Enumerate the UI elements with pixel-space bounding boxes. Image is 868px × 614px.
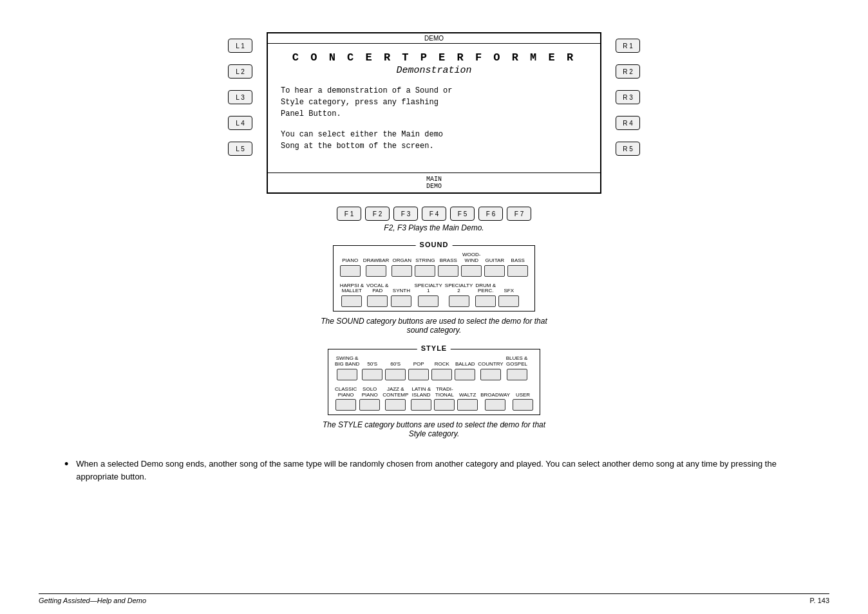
bullet-item: • When a selected Demo song ends, anothe…	[64, 458, 804, 483]
style-btn-pop: POP	[408, 362, 429, 380]
sound-section: SOUND PIANO DRAWBAR ORGAN	[321, 245, 547, 335]
button-f4[interactable]: F 4	[422, 207, 446, 221]
lcd-title: DEMO	[268, 33, 600, 44]
style-btn-user: USER	[513, 393, 533, 411]
style-rock-button[interactable]	[431, 369, 452, 380]
style-jazz-button[interactable]	[385, 399, 406, 411]
sound-organ-button[interactable]	[392, 265, 412, 277]
lcd-para1: To hear a demonstration of a Sound or St…	[281, 85, 587, 120]
lcd-section: L 1 L 2 L 3 L 4 L 5 R 1 R 2 R 3 R 4 R 5 …	[267, 32, 601, 194]
button-l3[interactable]: L 3	[228, 90, 252, 104]
style-label: STYLE	[417, 344, 451, 352]
right-buttons-group: R 1 R 2 R 3 R 4 R 5	[616, 39, 640, 156]
sound-btn-harpsi: HARPSI & MALLET	[340, 283, 364, 308]
lcd-wrapper: L 1 L 2 L 3 L 4 L 5 R 1 R 2 R 3 R 4 R 5 …	[267, 32, 601, 194]
sound-btn-string: STRING	[415, 258, 435, 277]
sound-synth-button[interactable]	[391, 295, 411, 307]
f-buttons-caption: F2, F3 Plays the Main Demo.	[384, 223, 484, 232]
sound-bass-button[interactable]	[507, 265, 528, 277]
button-f3[interactable]: F 3	[393, 207, 418, 221]
sound-string-button[interactable]	[415, 265, 435, 277]
sound-brass-button[interactable]	[438, 265, 458, 277]
sound-btn-brass: BRASS	[438, 258, 458, 277]
sound-drum-button[interactable]	[475, 295, 496, 307]
style-btn-blues: BLUES & GOSPEL	[506, 356, 528, 380]
sound-btn-drum: DRUM & PERC.	[475, 283, 496, 308]
button-f7[interactable]: F 7	[507, 207, 531, 221]
style-btn-solo: SOLO PIANO	[359, 387, 380, 411]
style-broadway-button[interactable]	[485, 399, 505, 411]
sound-btn-drawbar: DRAWBAR	[363, 258, 390, 277]
style-btn-waltz: WALTZ	[457, 393, 478, 411]
button-f1[interactable]: F 1	[337, 207, 361, 221]
lcd-content: C O N C E R T P E R F O R M E R Demonstr…	[268, 44, 600, 172]
button-r4[interactable]: R 4	[616, 116, 640, 130]
style-pop-button[interactable]	[408, 369, 429, 380]
button-l1[interactable]: L 1	[228, 39, 252, 53]
sound-btn-specialty2: SPECIALTY 2	[445, 283, 473, 308]
sound-row1: PIANO DRAWBAR ORGAN STRING	[340, 252, 529, 277]
lcd-heading: C O N C E R T P E R F O R M E R	[281, 51, 587, 64]
footer-left: Getting Assisted—Help and Demo	[39, 597, 146, 604]
style-btn-classic: CLASSIC PIANO	[335, 387, 357, 411]
lcd-screen: DEMO C O N C E R T P E R F O R M E R Dem…	[267, 32, 601, 194]
lcd-para2: You can select either the Main demo Song…	[281, 129, 587, 152]
bullet-section: • When a selected Demo song ends, anothe…	[39, 458, 829, 483]
page-footer: Getting Assisted—Help and Demo P. 143	[39, 593, 829, 604]
sound-drawbar-button[interactable]	[366, 265, 386, 277]
style-btn-country: COUNTRY	[478, 362, 503, 380]
button-f2[interactable]: F 2	[365, 207, 390, 221]
main-content: L 1 L 2 L 3 L 4 L 5 R 1 R 2 R 3 R 4 R 5 …	[39, 13, 829, 445]
sound-caption: The SOUND category buttons are used to s…	[321, 317, 547, 335]
sound-row2: HARPSI & MALLET VOCAL & PAD SYNTH S	[340, 283, 529, 308]
style-tradi-button[interactable]	[434, 399, 455, 411]
style-country-button[interactable]	[480, 369, 501, 380]
sound-woodwind-button[interactable]	[461, 265, 482, 277]
sound-btn-organ: ORGAN	[392, 258, 412, 277]
button-r1[interactable]: R 1	[616, 39, 640, 53]
sound-vocal-button[interactable]	[367, 295, 388, 307]
sound-sfx-button[interactable]	[498, 295, 519, 307]
style-user-button[interactable]	[513, 399, 533, 411]
style-classic-button[interactable]	[335, 399, 356, 411]
style-solo-button[interactable]	[359, 399, 380, 411]
style-rows: SWING & BIG BAND 50'S 60'S POP	[335, 353, 533, 411]
button-l2[interactable]: L 2	[228, 64, 252, 79]
button-l5[interactable]: L 5	[228, 142, 252, 156]
style-blues-button[interactable]	[507, 369, 527, 380]
style-btn-60s: 60'S	[385, 362, 406, 380]
sound-specialty1-button[interactable]	[418, 295, 439, 307]
button-r5[interactable]: R 5	[616, 142, 640, 156]
sound-btn-bass: BASS	[507, 258, 528, 277]
sound-btn-guitar: GUITAR	[484, 258, 505, 277]
style-row2: CLASSIC PIANO SOLO PIANO JAZZ & CONTEMP	[335, 387, 533, 411]
style-swing-button[interactable]	[337, 369, 357, 380]
sound-specialty2-button[interactable]	[449, 295, 469, 307]
button-l4[interactable]: L 4	[228, 116, 252, 130]
style-ballad-button[interactable]	[455, 369, 475, 380]
style-60s-button[interactable]	[385, 369, 406, 380]
footer-right: P. 143	[810, 597, 829, 604]
button-r3[interactable]: R 3	[616, 90, 640, 104]
style-row1: SWING & BIG BAND 50'S 60'S POP	[335, 356, 533, 380]
button-r2[interactable]: R 2	[616, 64, 640, 79]
style-waltz-button[interactable]	[457, 399, 478, 411]
sound-rows: PIANO DRAWBAR ORGAN STRING	[340, 250, 529, 307]
style-panel: STYLE SWING & BIG BAND 50'S 60'S	[328, 349, 540, 415]
sound-guitar-button[interactable]	[484, 265, 505, 277]
sound-piano-button[interactable]	[340, 265, 361, 277]
sound-label: SOUND	[416, 241, 453, 248]
button-f6[interactable]: F 6	[478, 207, 503, 221]
style-50s-button[interactable]	[362, 369, 382, 380]
style-btn-tradi: TRADI- TIONAL	[434, 387, 455, 411]
sound-harpsi-button[interactable]	[341, 295, 362, 307]
style-latin-button[interactable]	[411, 399, 431, 411]
bullet-text: When a selected Demo song ends, another …	[76, 458, 804, 483]
style-btn-broadway: BROADWAY	[480, 393, 510, 411]
sound-btn-piano: PIANO	[340, 258, 361, 277]
style-btn-jazz: JAZZ & CONTEMP	[382, 387, 408, 411]
style-btn-ballad: BALLAD	[455, 362, 475, 380]
page: L 1 L 2 L 3 L 4 L 5 R 1 R 2 R 3 R 4 R 5 …	[0, 0, 868, 614]
sound-btn-synth: SYNTH	[391, 288, 411, 307]
button-f5[interactable]: F 5	[450, 207, 475, 221]
